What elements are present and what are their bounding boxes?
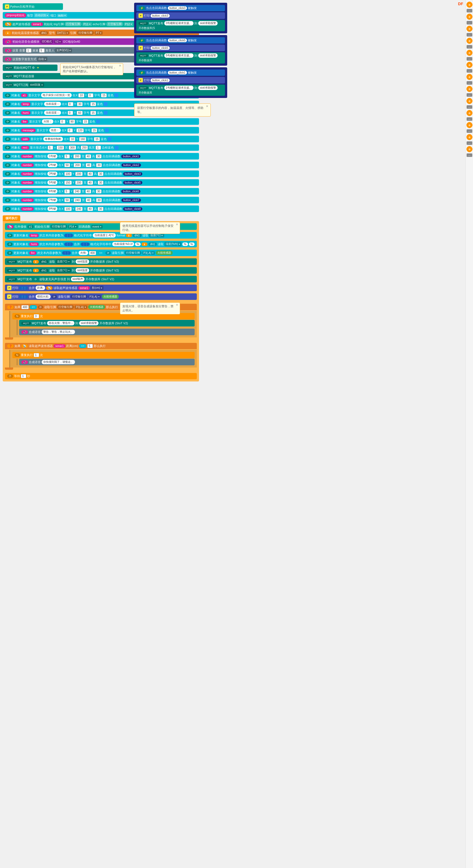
wait-value[interactable]: 1 xyxy=(21,374,26,378)
port-dropdown[interactable]: auto xyxy=(57,14,67,17)
btn6-w[interactable]: 40 xyxy=(85,189,91,193)
btn2-x[interactable]: 50 xyxy=(64,163,70,167)
btn1-h[interactable]: 30 xyxy=(96,154,101,158)
dht-pin-dropdown[interactable]: P7 xyxy=(95,31,102,35)
btn3-w[interactable]: 40 xyxy=(87,172,93,176)
sidebar-btn-13[interactable]: ⊕ xyxy=(467,146,472,152)
sidebar-line-11[interactable]: — xyxy=(467,129,472,133)
sidebar-btn-3[interactable]: ⊕ xyxy=(467,26,472,32)
btn8-h[interactable]: 30 xyxy=(98,207,104,211)
sidebar-line-6[interactable]: — xyxy=(467,69,472,73)
btn6-y[interactable]: 240 xyxy=(73,189,81,193)
mqtt-expand[interactable]: ▼ xyxy=(37,66,39,69)
sidebar-line-12[interactable]: — xyxy=(467,141,472,145)
obj-msg-size[interactable]: 15 xyxy=(91,128,97,132)
obj-a1-y[interactable]: 0 xyxy=(88,93,93,97)
speaker-dropdown[interactable]: 女声3(V1) xyxy=(55,48,72,53)
obj-temp-size[interactable]: 15 xyxy=(90,102,96,106)
obj-rect-y[interactable]: 150 xyxy=(57,146,64,150)
obj-temp-y[interactable]: 30 xyxy=(77,102,83,106)
sidebar-zoom-in[interactable]: ⊕ xyxy=(467,2,472,8)
board-dropdown[interactable]: 自动识别 xyxy=(34,13,50,18)
btn7-h[interactable]: 30 xyxy=(96,198,102,202)
print-fire-pin-dropdown[interactable]: P3(-A) xyxy=(88,295,101,299)
display-tooltip-close[interactable]: ✕ xyxy=(206,104,208,108)
btn8-y[interactable]: 240 xyxy=(75,207,83,211)
obj-a1-size[interactable]: 15 xyxy=(101,93,107,97)
btn3-x[interactable]: 100 xyxy=(64,172,72,176)
obj-fire-x[interactable]: 0 xyxy=(60,120,65,124)
obj-humi-x[interactable]: 0 xyxy=(68,111,73,115)
btn2-w[interactable]: 40 xyxy=(86,163,91,167)
ir-pin-dropdown[interactable]: P14 xyxy=(68,225,78,228)
sidebar-line-8[interactable]: — xyxy=(467,93,472,97)
btn8-x[interactable]: 100 xyxy=(64,207,72,211)
obj-rect-lw[interactable]: 1 xyxy=(95,146,101,150)
btn5-x[interactable]: 150 xyxy=(64,181,72,185)
sidebar-btn-4[interactable]: ⊕ xyxy=(467,38,472,44)
mqtt-temp-dropdown[interactable]: 温度(°C) xyxy=(56,259,71,264)
btn6-x[interactable]: 5 xyxy=(64,189,70,193)
btn7-w[interactable]: 40 xyxy=(86,198,91,202)
btn1-y[interactable]: 200 xyxy=(73,154,81,158)
btn5-y[interactable]: 200 xyxy=(75,181,83,185)
fire-threshold[interactable]: 400 xyxy=(89,251,96,255)
sidebar-line-13[interactable]: — xyxy=(467,153,472,157)
obj-humi-size[interactable]: 15 xyxy=(90,111,96,115)
if-sonar-val[interactable]: 5 xyxy=(87,344,93,348)
volume-value[interactable]: 1 xyxy=(26,49,31,53)
print-sonar-unit-dropdown[interactable]: 形(cm) xyxy=(91,286,104,290)
btn1-w[interactable]: 40 xyxy=(85,154,91,158)
repeat1-count[interactable]: 1 xyxy=(34,353,39,357)
sidebar-btn-10[interactable]: ⊕ xyxy=(467,110,472,116)
sidebar-btn-2[interactable]: ⊕ xyxy=(467,14,472,20)
if-fire-pin-dropdown[interactable]: P3(-A) xyxy=(75,305,87,309)
sidebar-line-9[interactable]: — xyxy=(467,105,472,109)
sidebar-line-2[interactable]: — xyxy=(467,21,472,25)
sidebar-btn-5[interactable]: ⊕ xyxy=(467,50,472,56)
mqtt-sub-topic[interactable]: siot/回复 xyxy=(29,83,44,87)
dht-model-dropdown[interactable]: DHT11 xyxy=(56,31,69,35)
btn8-w[interactable]: 40 xyxy=(87,207,93,211)
obj-msg-x[interactable]: 0 xyxy=(67,128,73,132)
sidebar-line-10[interactable]: — xyxy=(467,117,472,121)
mqtt-gear[interactable]: ⚙ xyxy=(32,66,35,69)
btn5-h[interactable]: 30 xyxy=(98,181,104,185)
obj-fire-y[interactable]: 90 xyxy=(69,120,75,124)
repeat3-count[interactable]: 3 xyxy=(34,314,39,318)
sidebar-btn-8[interactable]: ⊕ xyxy=(467,86,472,92)
btn2-h[interactable]: 30 xyxy=(96,163,102,167)
obj-safe-y[interactable]: 160 xyxy=(79,137,87,141)
obj-safe-x[interactable]: 10 xyxy=(69,137,75,141)
sidebar-line-5[interactable]: — xyxy=(467,57,472,61)
btn1-x[interactable]: 5 xyxy=(64,154,70,158)
mqtt-tooltip-close[interactable]: ✕ xyxy=(119,64,121,68)
echo-pin-dropdown[interactable]: P12 xyxy=(124,23,134,26)
btn7-x[interactable]: 50 xyxy=(64,198,70,202)
obj-a1-x[interactable]: 10 xyxy=(78,93,84,97)
obj-temp-x[interactable]: 0 xyxy=(68,102,73,106)
fire-pin-dropdown[interactable]: P3(-A) xyxy=(142,251,155,255)
btn6-h[interactable]: 30 xyxy=(96,189,101,193)
obj-fire-size[interactable]: 15 xyxy=(83,120,88,124)
btn2-y[interactable]: 200 xyxy=(73,163,81,167)
sidebar-btn-11[interactable]: ⊕ xyxy=(467,122,472,128)
sidebar-line-7[interactable]: — xyxy=(467,81,472,85)
btn5-w[interactable]: 40 xyxy=(87,181,93,185)
ir-callback-dropdown[interactable]: event xyxy=(91,225,102,228)
obj-rect-x[interactable]: 5 xyxy=(48,146,53,150)
sidebar-line-3[interactable]: — xyxy=(467,33,472,37)
sidebar-btn-7[interactable]: ⊕ xyxy=(467,74,472,80)
digit-mode-dropdown[interactable]: 自动 xyxy=(37,57,47,61)
sidebar-btn-12[interactable]: ⊕ xyxy=(467,134,472,140)
sidebar-line-4[interactable]: — xyxy=(467,45,472,49)
obj-rect-h[interactable]: 250 xyxy=(81,146,88,150)
btn3-y[interactable]: 200 xyxy=(75,172,83,176)
sidebar-line-1[interactable]: — xyxy=(467,9,472,12)
mqtt-humi-dropdown[interactable]: 温度(°C) xyxy=(56,268,71,273)
fire-tooltip-close[interactable]: ✕ xyxy=(176,303,178,307)
ir-tooltip-close[interactable]: ✕ xyxy=(176,223,178,226)
if-fire-val[interactable]: 400 xyxy=(21,305,29,309)
obj-safe-size[interactable]: 15 xyxy=(94,137,100,141)
obj-msg-y[interactable]: 120 xyxy=(77,128,84,132)
